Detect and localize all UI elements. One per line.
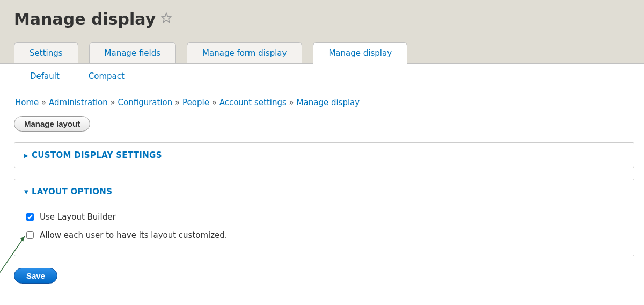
breadcrumb-sep: » — [111, 98, 115, 107]
fieldset-toggle-layout-options[interactable]: ▼ LAYOUT OPTIONS — [24, 187, 624, 197]
triangle-down-icon: ▼ — [24, 189, 28, 195]
page-title: Manage display — [14, 10, 156, 28]
breadcrumb-manage-display[interactable]: Manage display — [297, 98, 360, 107]
breadcrumb-sep: » — [41, 98, 46, 107]
breadcrumb-sep: » — [289, 98, 294, 107]
checkbox-allow-user-layout-row[interactable]: Allow each user to have its layout custo… — [24, 230, 624, 241]
fieldset-custom-display-settings: ▶ CUSTOM DISPLAY SETTINGS — [14, 142, 634, 168]
tab-manage-form-display[interactable]: Manage form display — [187, 42, 302, 63]
secondary-tab-compact[interactable]: Compact — [89, 71, 125, 81]
content-wrap: Default Compact Home » Administration » … — [0, 63, 644, 289]
fieldset-toggle-custom-display[interactable]: ▶ CUSTOM DISPLAY SETTINGS — [24, 150, 624, 160]
fieldset-layout-options: ▼ LAYOUT OPTIONS Use Layout Builder Allo… — [14, 179, 634, 256]
page-title-row: Manage display — [14, 10, 630, 28]
breadcrumb-sep: » — [212, 98, 217, 107]
checkbox-label: Allow each user to have its layout custo… — [40, 230, 228, 240]
checkbox-use-layout-builder-row[interactable]: Use Layout Builder — [24, 212, 624, 222]
secondary-tabs: Default Compact — [14, 64, 634, 89]
save-button[interactable]: Save — [14, 268, 57, 284]
breadcrumb-account-settings[interactable]: Account settings — [219, 98, 287, 107]
content: Default Compact Home » Administration » … — [0, 64, 644, 289]
fieldset-title-text: CUSTOM DISPLAY SETTINGS — [32, 150, 162, 160]
manage-layout-button[interactable]: Manage layout — [14, 116, 90, 132]
tab-manage-fields[interactable]: Manage fields — [89, 42, 177, 63]
checkbox-label: Use Layout Builder — [40, 212, 116, 222]
tab-settings[interactable]: Settings — [14, 42, 78, 63]
breadcrumb-people[interactable]: People — [182, 98, 209, 107]
fieldset-title-text: LAYOUT OPTIONS — [32, 187, 112, 197]
secondary-tab-default[interactable]: Default — [30, 71, 60, 81]
checkbox-use-layout-builder[interactable] — [26, 213, 34, 221]
breadcrumb-administration[interactable]: Administration — [49, 98, 108, 107]
breadcrumb: Home » Administration » Configuration » … — [14, 89, 634, 116]
header-bar: Manage display Settings Manage fields Ma… — [0, 0, 644, 63]
primary-tabs: Settings Manage fields Manage form displ… — [14, 42, 630, 63]
breadcrumb-configuration[interactable]: Configuration — [118, 98, 173, 107]
svg-marker-0 — [162, 13, 171, 23]
star-outline-icon[interactable] — [161, 12, 172, 26]
breadcrumb-home[interactable]: Home — [15, 98, 39, 107]
checkbox-allow-user-layout[interactable] — [26, 231, 34, 239]
triangle-right-icon: ▶ — [24, 152, 28, 158]
tab-manage-display[interactable]: Manage display — [313, 42, 407, 63]
breadcrumb-sep: » — [175, 98, 180, 107]
